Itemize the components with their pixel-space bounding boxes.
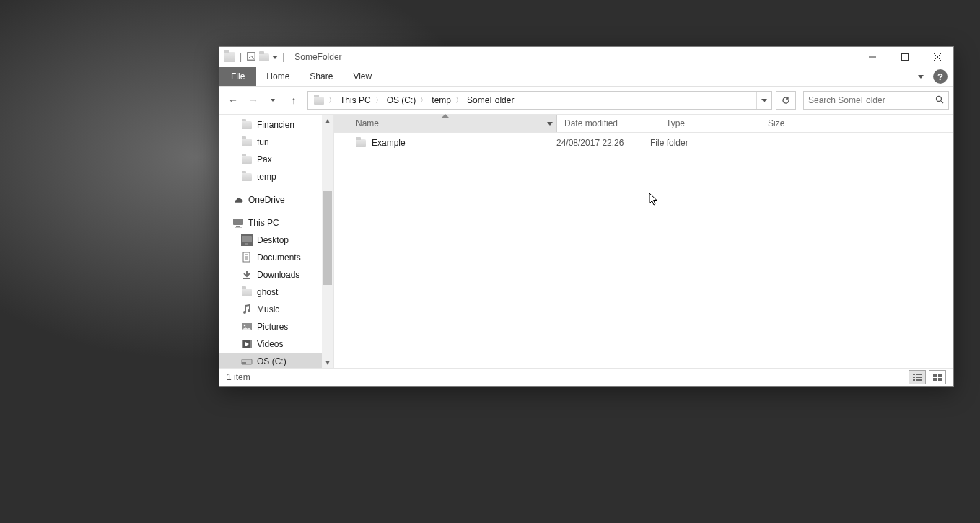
- column-type[interactable]: Type: [659, 115, 761, 132]
- breadcrumb-thispc[interactable]: This PC: [337, 92, 374, 109]
- search-input[interactable]: [804, 95, 931, 105]
- sidebar-item-os-drive[interactable]: OS (C:): [219, 353, 333, 368]
- status-text: 1 item: [227, 372, 250, 382]
- view-thumbnails-button[interactable]: [929, 370, 946, 384]
- breadcrumb-root[interactable]: [311, 92, 327, 109]
- separator: |: [281, 52, 286, 62]
- tab-home[interactable]: Home: [256, 67, 299, 86]
- desktop-icon: [241, 234, 253, 246]
- svg-rect-22: [242, 340, 243, 348]
- sidebar-item-temp[interactable]: temp: [219, 168, 333, 185]
- scroll-thumb[interactable]: [323, 191, 332, 285]
- chevron-right-icon[interactable]: 〉: [374, 95, 384, 105]
- svg-rect-33: [933, 374, 937, 377]
- address-bar[interactable]: 〉 This PC 〉 OS (C:) 〉 temp 〉 SomeFolder: [307, 91, 772, 110]
- scroll-up-icon[interactable]: ▴: [322, 115, 333, 126]
- folder-icon: [241, 286, 253, 298]
- cell-type: File folder: [643, 138, 737, 148]
- desktop-background: | | SomeFolder File Home: [0, 0, 980, 523]
- svg-point-18: [248, 309, 250, 312]
- sidebar-item-financien[interactable]: Financien: [219, 116, 333, 133]
- breadcrumb-current[interactable]: SomeFolder: [464, 92, 517, 109]
- forward-button[interactable]: →: [244, 91, 263, 110]
- column-name[interactable]: Name: [334, 115, 557, 132]
- documents-icon: [241, 252, 253, 263]
- maximize-button[interactable]: [888, 47, 921, 67]
- sidebar-item-downloads[interactable]: Downloads: [219, 266, 333, 284]
- sidebar-item-onedrive[interactable]: OneDrive: [219, 191, 333, 208]
- new-folder-icon[interactable]: [259, 53, 269, 61]
- sidebar-item-videos[interactable]: Videos: [219, 335, 333, 353]
- minimize-button[interactable]: [856, 47, 888, 67]
- tab-share[interactable]: Share: [299, 67, 343, 86]
- breadcrumb-drive[interactable]: OS (C:): [384, 92, 419, 109]
- scroll-down-icon[interactable]: ▾: [322, 356, 333, 368]
- sidebar-item-pictures[interactable]: Pictures: [219, 318, 333, 335]
- svg-rect-9: [235, 227, 242, 228]
- recent-locations-button[interactable]: [264, 91, 283, 110]
- svg-rect-31: [913, 379, 915, 381]
- svg-point-5: [937, 96, 942, 101]
- view-details-button[interactable]: [909, 370, 926, 384]
- sidebar-item-music[interactable]: Music: [219, 301, 333, 318]
- sidebar-item-label: Downloads: [257, 270, 299, 280]
- column-size[interactable]: Size: [761, 115, 834, 132]
- svg-rect-2: [901, 54, 908, 61]
- search-box[interactable]: [803, 91, 949, 110]
- cell-date: 24/08/2017 22:26: [549, 138, 643, 148]
- up-button[interactable]: ↑: [284, 91, 303, 110]
- quick-access-toolbar: | |: [219, 51, 290, 63]
- navigation-bar: ← → ↑ 〉 This PC 〉 OS (C:) 〉 temp 〉 SomeF…: [219, 87, 953, 115]
- search-icon[interactable]: [931, 95, 948, 106]
- tab-file[interactable]: File: [219, 67, 256, 86]
- sidebar-item-label: Videos: [257, 339, 283, 349]
- svg-rect-34: [938, 374, 942, 377]
- svg-rect-32: [916, 379, 922, 381]
- drive-icon: [241, 356, 253, 367]
- ribbon-expand-icon[interactable]: [911, 67, 930, 86]
- sidebar-item-label: Music: [257, 304, 279, 315]
- folder-icon: [356, 139, 366, 147]
- help-button[interactable]: ?: [933, 69, 948, 84]
- column-date[interactable]: Date modified: [557, 115, 659, 132]
- column-label: Size: [768, 118, 784, 128]
- sidebar-item-ghost[interactable]: ghost: [219, 284, 333, 301]
- scroll-track[interactable]: [322, 126, 333, 356]
- onedrive-icon: [232, 194, 244, 206]
- sidebar-item-fun[interactable]: fun: [219, 133, 333, 151]
- svg-point-20: [244, 325, 246, 327]
- sidebar-item-documents[interactable]: Documents: [219, 249, 333, 266]
- table-row[interactable]: Example 24/08/2017 22:26 File folder: [334, 133, 953, 153]
- svg-line-6: [941, 101, 943, 103]
- tab-view[interactable]: View: [343, 67, 382, 86]
- sort-ascending-icon: [442, 114, 449, 118]
- back-button[interactable]: ←: [224, 91, 242, 110]
- title-bar: | | SomeFolder: [219, 47, 953, 67]
- sidebar-scrollbar[interactable]: ▴ ▾: [322, 115, 333, 368]
- file-name: Example: [372, 138, 406, 148]
- chevron-right-icon[interactable]: 〉: [454, 95, 464, 105]
- svg-rect-16: [243, 278, 250, 279]
- chevron-right-icon[interactable]: 〉: [419, 95, 429, 105]
- sidebar-item-desktop[interactable]: Desktop: [219, 232, 333, 249]
- svg-rect-8: [236, 226, 240, 227]
- sidebar-item-label: temp: [257, 172, 276, 182]
- svg-rect-0: [248, 52, 255, 60]
- close-button[interactable]: [921, 47, 953, 67]
- breadcrumb-temp[interactable]: temp: [429, 92, 454, 109]
- refresh-button[interactable]: [776, 91, 796, 110]
- qat-customize-icon[interactable]: [272, 56, 278, 59]
- sidebar-item-pax[interactable]: Pax: [219, 151, 333, 168]
- properties-icon[interactable]: [246, 51, 256, 63]
- sidebar-item-label: Financien: [257, 120, 294, 130]
- sidebar-item-thispc[interactable]: This PC: [219, 214, 333, 232]
- chevron-right-icon[interactable]: 〉: [327, 95, 337, 105]
- content-area: Financien fun Pax temp: [219, 115, 953, 368]
- svg-rect-27: [913, 374, 915, 375]
- column-filter-button[interactable]: [543, 115, 556, 132]
- sidebar-item-label: Pictures: [257, 322, 288, 332]
- column-headers: Name Date modified Type Size: [334, 115, 953, 133]
- sidebar-item-label: OS (C:): [257, 356, 286, 366]
- address-history-button[interactable]: [756, 92, 771, 109]
- folder-icon: [224, 52, 235, 62]
